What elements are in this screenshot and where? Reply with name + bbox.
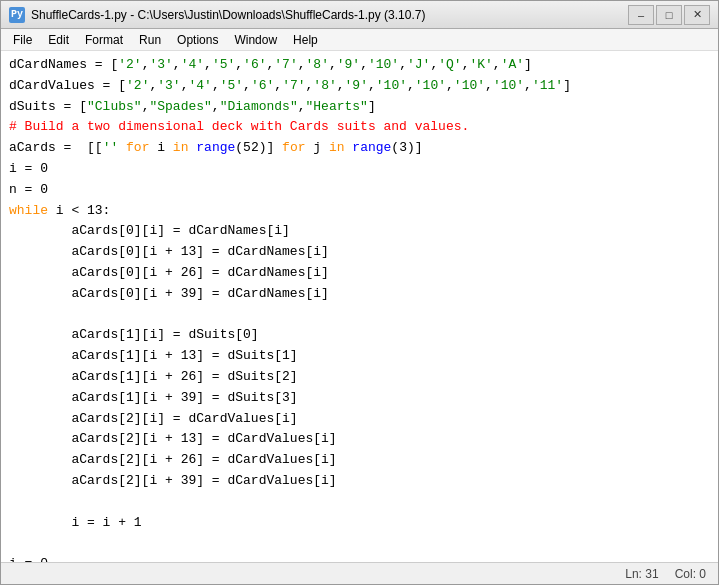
menu-bar: File Edit Format Run Options Window Help (1, 29, 718, 51)
code-line: i = 0 (9, 159, 710, 180)
window-controls: – □ ✕ (628, 5, 710, 25)
line-number: Ln: 31 (625, 567, 658, 581)
menu-window[interactable]: Window (226, 31, 285, 49)
menu-file[interactable]: File (5, 31, 40, 49)
window-title: ShuffleCards-1.py - C:\Users\Justin\Down… (31, 8, 628, 22)
close-button[interactable]: ✕ (684, 5, 710, 25)
code-line: # Build a two dimensional deck with Card… (9, 117, 710, 138)
main-window: Py ShuffleCards-1.py - C:\Users\Justin\D… (0, 0, 719, 585)
code-line (9, 492, 710, 513)
code-line: aCards[2][i] = dCardValues[i] (9, 409, 710, 430)
code-line: i = i + 1 (9, 513, 710, 534)
menu-run[interactable]: Run (131, 31, 169, 49)
code-line (9, 533, 710, 554)
menu-options[interactable]: Options (169, 31, 226, 49)
code-line: aCards[1][i + 26] = dSuits[2] (9, 367, 710, 388)
app-icon: Py (9, 7, 25, 23)
code-line: aCards[0][i] = dCardNames[i] (9, 221, 710, 242)
code-line: n = 0 (9, 180, 710, 201)
code-line (9, 305, 710, 326)
code-line: while i < 13: (9, 201, 710, 222)
code-line: dCardValues = ['2','3','4','5','6','7','… (9, 76, 710, 97)
code-line: aCards[1][i + 39] = dSuits[3] (9, 388, 710, 409)
minimize-button[interactable]: – (628, 5, 654, 25)
code-line: aCards = [['' for i in range(52)] for j … (9, 138, 710, 159)
code-line: dSuits = ["Clubs","Spades","Diamonds","H… (9, 97, 710, 118)
menu-help[interactable]: Help (285, 31, 326, 49)
status-bar: Ln: 31 Col: 0 (1, 562, 718, 584)
code-line: aCards[2][i + 13] = dCardValues[i] (9, 429, 710, 450)
code-line: aCards[1][i] = dSuits[0] (9, 325, 710, 346)
maximize-button[interactable]: □ (656, 5, 682, 25)
menu-format[interactable]: Format (77, 31, 131, 49)
code-line: aCards[0][i + 13] = dCardNames[i] (9, 242, 710, 263)
menu-edit[interactable]: Edit (40, 31, 77, 49)
code-line: aCards[2][i + 26] = dCardValues[i] (9, 450, 710, 471)
code-line: i = 0 (9, 554, 710, 562)
code-editor[interactable]: dCardNames = ['2','3','4','5','6','7','8… (1, 51, 718, 562)
code-line: aCards[0][i + 39] = dCardNames[i] (9, 284, 710, 305)
code-line: dCardNames = ['2','3','4','5','6','7','8… (9, 55, 710, 76)
code-line: aCards[1][i + 13] = dSuits[1] (9, 346, 710, 367)
col-number: Col: 0 (675, 567, 706, 581)
code-line: aCards[0][i + 26] = dCardNames[i] (9, 263, 710, 284)
code-line: aCards[2][i + 39] = dCardValues[i] (9, 471, 710, 492)
title-bar: Py ShuffleCards-1.py - C:\Users\Justin\D… (1, 1, 718, 29)
